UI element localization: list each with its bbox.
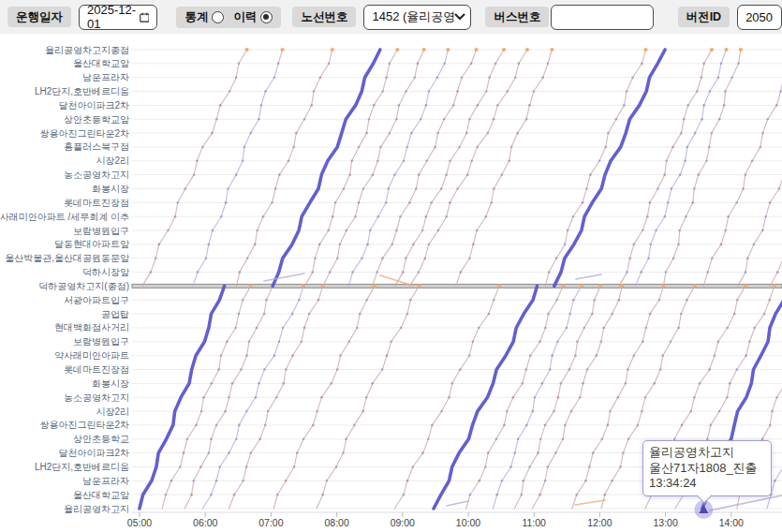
stats-radio[interactable]	[212, 11, 224, 23]
stop-event-dot	[348, 173, 351, 176]
stop-event-dot	[555, 299, 558, 302]
stop-event-dot	[440, 410, 443, 413]
stop-event-dot	[336, 368, 339, 371]
stop-event-dot	[238, 424, 241, 427]
trip-line[interactable]	[456, 50, 553, 286]
trip-line[interactable]	[619, 50, 712, 286]
stop-event-dot	[753, 327, 756, 330]
stop-event-dot	[423, 257, 426, 259]
tooltip-stop-name: 율리공영차고지	[649, 445, 765, 461]
trip-line[interactable]	[193, 50, 283, 286]
stop-event-dot	[698, 173, 701, 176]
stop-event-dot	[298, 299, 301, 302]
stop-event-dot	[702, 63, 705, 66]
stop-event-dot	[547, 63, 550, 66]
stop-event-dot	[495, 437, 498, 440]
route-select[interactable]: 1452 (율리공영차고지	[363, 5, 471, 30]
stop-event-dot	[436, 76, 439, 79]
stop-event-dot	[183, 451, 185, 454]
stop-event-dot	[733, 313, 736, 316]
trip-line-selected-bus[interactable]	[273, 50, 380, 286]
trip-line[interactable]	[323, 50, 424, 286]
stop-label: 울산대학교앞	[73, 490, 129, 500]
stop-event-dot	[684, 159, 686, 162]
stop-event-dot	[737, 63, 740, 66]
stop-event-dot	[696, 90, 699, 93]
trip-line[interactable]	[409, 50, 527, 286]
stop-event-dot	[436, 132, 439, 135]
stop-event-dot	[292, 146, 295, 149]
operation-date-value: 2025-12-01	[87, 3, 140, 31]
stop-event-dot	[724, 90, 727, 93]
stop-event-dot	[385, 201, 388, 204]
stop-event-dot	[293, 466, 296, 468]
stop-event-dot	[220, 354, 223, 357]
stop-event-dot	[611, 313, 613, 316]
stop-event-dot	[258, 382, 260, 385]
stop-event-dot	[627, 437, 630, 440]
stop-label: 현대백화점사거리	[54, 322, 129, 332]
stop-event-dot	[488, 313, 491, 316]
stop-label: 덕하공영차고지(종점)	[38, 281, 129, 291]
trip-line[interactable]	[703, 50, 782, 286]
stop-event-dot	[568, 368, 571, 371]
stop-event-dot	[220, 215, 223, 218]
version-id-input[interactable]	[745, 10, 774, 24]
history-radio[interactable]	[260, 11, 273, 23]
stop-event-dot	[301, 341, 303, 344]
stop-event-dot	[393, 173, 396, 176]
stop-event-dot	[210, 494, 213, 496]
stop-event-dot	[528, 466, 531, 468]
stop-event-dot	[303, 118, 306, 121]
stop-event-dot	[347, 341, 350, 344]
stop-event-dot	[472, 341, 475, 344]
chevron-down-icon	[454, 13, 465, 21]
stop-event-dot	[546, 466, 549, 468]
stop-event-dot	[238, 63, 241, 66]
stop-event-dot	[720, 244, 723, 246]
stop-event-dot	[539, 341, 541, 344]
stop-event-dot	[548, 271, 551, 273]
stop-event-dot	[421, 451, 424, 454]
trip-line[interactable]	[395, 50, 504, 286]
trip-end-dot	[643, 48, 647, 52]
stop-event-dot	[735, 368, 738, 371]
stop-label: 쌍용아진그린타운2차	[39, 128, 129, 139]
bus-number-input[interactable]	[559, 10, 644, 24]
stop-event-dot	[649, 244, 652, 246]
stop-event-dot	[617, 396, 620, 399]
stop-event-dot	[514, 76, 517, 79]
trip-line[interactable]	[304, 50, 397, 286]
trip-line-selected-bus[interactable]	[554, 50, 665, 286]
stop-event-dot	[365, 396, 368, 399]
trip-line[interactable]	[663, 50, 741, 286]
stop-event-dot	[456, 187, 459, 190]
trip-line[interactable]	[545, 50, 645, 286]
stop-event-dot	[748, 341, 751, 344]
stop-event-dot	[553, 410, 555, 413]
stop-event-dot	[537, 451, 539, 454]
stop-event-dot	[680, 313, 683, 316]
operation-date-input[interactable]: 2025-12-01	[79, 5, 157, 30]
trip-end-dot	[561, 284, 565, 288]
calendar-icon[interactable]	[140, 11, 150, 23]
stop-event-dot	[256, 229, 258, 232]
trip-line[interactable]	[142, 50, 247, 286]
stop-event-dot	[245, 354, 248, 357]
stop-event-dot	[434, 146, 436, 149]
stop-event-dot	[408, 201, 411, 204]
trip-line[interactable]	[738, 50, 782, 286]
stop-event-dot	[641, 63, 643, 66]
stop-event-dot	[311, 271, 314, 273]
trip-line[interactable]	[373, 50, 477, 286]
stop-event-dot	[585, 187, 588, 190]
stop-event-dot	[239, 271, 242, 273]
stop-event-dot	[245, 466, 248, 468]
stop-event-dot	[665, 271, 668, 273]
version-id-label: 버전ID	[678, 7, 730, 28]
deadhead-connector	[575, 500, 605, 505]
trip-line[interactable]	[770, 50, 782, 286]
trip-end-dot	[502, 48, 506, 52]
stop-event-dot	[727, 327, 730, 330]
stop-label: 화봉시장	[92, 184, 129, 194]
